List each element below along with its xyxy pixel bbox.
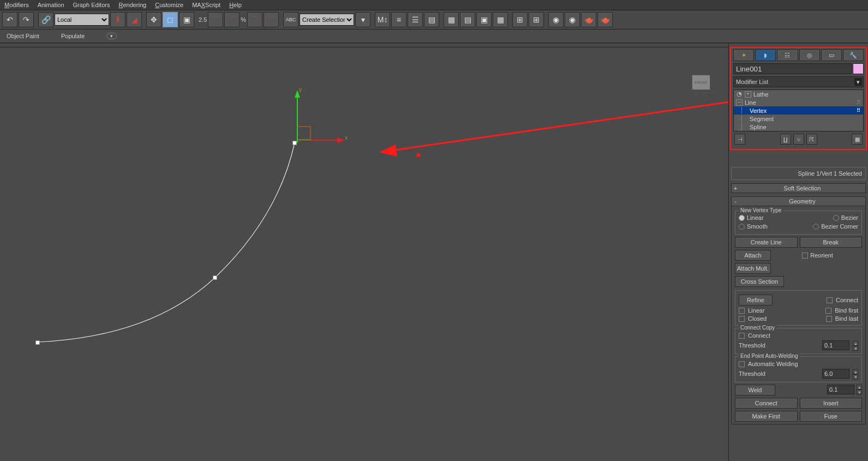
attach-mult-button[interactable]: Attach Mult. xyxy=(735,263,771,274)
connect-button[interactable]: Connect xyxy=(735,398,798,409)
show-end-result-icon[interactable]: ∐ xyxy=(780,134,791,145)
collapse-icon[interactable]: – xyxy=(736,99,743,106)
gizmo-plane[interactable] xyxy=(297,127,310,140)
pin-stack-icon[interactable]: ⊣ xyxy=(734,134,745,145)
connect-checkbox[interactable] xyxy=(827,297,833,303)
viewport[interactable]: FRONT y x xyxy=(0,44,729,461)
insert-button[interactable]: Insert xyxy=(800,398,863,409)
expand-icon[interactable]: + xyxy=(745,91,751,98)
rotate-icon[interactable]: ◻ xyxy=(163,12,178,27)
object-name-input[interactable] xyxy=(733,63,852,74)
soft-selection-rollout-header[interactable]: + Soft Selection xyxy=(731,183,866,193)
refine-button[interactable]: Refine xyxy=(739,295,773,306)
named-selection-dropdown[interactable]: Create Selection Se xyxy=(300,14,354,26)
auto-weld-checkbox[interactable] xyxy=(739,361,745,367)
link-icon[interactable]: 🔗 xyxy=(38,12,53,27)
scale-icon[interactable]: ▣ xyxy=(179,12,194,27)
weld-spinner[interactable]: 0.1 xyxy=(827,385,854,394)
cross-section-button[interactable]: Cross Section xyxy=(735,276,784,287)
vertex-point[interactable] xyxy=(213,276,217,280)
stack-item-segment[interactable]: Segment xyxy=(734,115,863,123)
hierarchy-tab-icon[interactable]: ☷ xyxy=(777,49,798,61)
mirror-icon[interactable]: M↕ xyxy=(375,12,390,27)
menu-rendering[interactable]: Rendering xyxy=(118,2,146,8)
connect-copy-checkbox[interactable] xyxy=(739,333,745,339)
spinner-arrows[interactable]: ▴▾ xyxy=(853,341,858,350)
create-line-button[interactable]: Create Line xyxy=(735,237,798,248)
snap-icon-3[interactable]: ⌒ xyxy=(247,12,262,27)
visibility-icon[interactable]: ◔ xyxy=(736,91,743,98)
teapot-icon-2[interactable]: ◉ xyxy=(565,12,580,27)
curve-editor-icon[interactable]: ▤ xyxy=(424,12,439,27)
schematic-icon[interactable]: ▦ xyxy=(444,12,459,27)
spinner-arrows[interactable]: ▴▾ xyxy=(853,369,858,378)
menu-maxscript[interactable]: MAXScript xyxy=(192,2,220,8)
abc-icon[interactable]: ABC xyxy=(283,12,298,27)
motion-tab-icon[interactable]: ◎ xyxy=(799,49,820,61)
layers-icon[interactable]: ☰ xyxy=(408,12,423,27)
reorient-checkbox[interactable] xyxy=(802,253,808,259)
geometry-rollout-header[interactable]: - Geometry xyxy=(731,196,866,206)
make-first-button[interactable]: Make First xyxy=(735,411,798,422)
spline-curve[interactable] xyxy=(38,143,295,342)
menu-modifiers[interactable]: Modifiers xyxy=(4,2,29,8)
ribbon-expand-icon[interactable]: ▾ xyxy=(106,33,117,39)
move-icon[interactable]: ✥ xyxy=(146,12,161,27)
tool-icon-1[interactable]: ⊞ xyxy=(512,12,528,27)
undo-icon[interactable]: ↶ xyxy=(2,12,17,27)
make-unique-icon[interactable]: ⩒ xyxy=(793,134,804,145)
teapot-icon-3[interactable]: 🫖 xyxy=(581,12,596,27)
ribbon-populate[interactable]: Populate xyxy=(61,33,85,39)
spinner-arrows[interactable]: ▴▾ xyxy=(857,385,862,393)
snap-icon-4[interactable]: ⌒ xyxy=(264,12,279,27)
linear-checkbox[interactable] xyxy=(739,308,745,314)
render-setup-icon[interactable]: ▣ xyxy=(476,12,492,27)
teapot-icon-1[interactable]: ◉ xyxy=(548,12,564,27)
modifier-list-dropdown[interactable]: Modifier List ▾ xyxy=(733,76,864,87)
stack-item-vertex[interactable]: Vertex ⠿ xyxy=(734,106,863,115)
stack-item-lathe[interactable]: ◔ + Lathe xyxy=(734,90,863,98)
stack-item-spline[interactable]: Spline xyxy=(734,123,863,131)
attach-button[interactable]: Attach xyxy=(735,250,771,261)
menu-help[interactable]: Help xyxy=(229,2,242,8)
remove-modifier-icon[interactable]: ☈ xyxy=(806,134,817,145)
break-button[interactable]: Break xyxy=(800,237,863,248)
angle-snap-icon[interactable]: ◢ xyxy=(127,12,142,27)
snap-icon-1[interactable]: ⌒ xyxy=(208,12,223,27)
dropdown-arrow-icon[interactable]: ▾ xyxy=(355,12,370,27)
weld-button[interactable]: Weld xyxy=(735,385,775,396)
teapot-icon-4[interactable]: 🫖 xyxy=(597,12,613,27)
threshold-spinner[interactable]: 0.1 xyxy=(822,340,849,350)
vertex-point[interactable] xyxy=(35,340,40,345)
object-color-swatch[interactable] xyxy=(853,63,864,74)
radio-bezier[interactable] xyxy=(833,215,839,221)
align-icon[interactable]: ≡ xyxy=(391,12,406,27)
modify-tab-icon[interactable]: ◗ xyxy=(755,49,776,61)
display-tab-icon[interactable]: ▭ xyxy=(821,49,842,61)
threshold2-spinner[interactable]: 6.0 xyxy=(822,369,849,379)
coord-system-dropdown[interactable]: Local xyxy=(55,14,109,26)
modifier-stack[interactable]: ◔ + Lathe – Line ⠿ Vertex ⠿ Segment Spli… xyxy=(733,89,864,131)
bind-first-checkbox[interactable] xyxy=(825,308,831,314)
menu-animation[interactable]: Animation xyxy=(38,2,64,8)
closed-checkbox[interactable] xyxy=(739,316,745,322)
snap-icon-2[interactable]: ⌒ xyxy=(224,12,240,27)
tool-icon-2[interactable]: ⊞ xyxy=(529,12,544,27)
vertex-point[interactable] xyxy=(292,141,297,145)
radio-smooth[interactable] xyxy=(739,224,745,230)
utilities-tab-icon[interactable]: 🔧 xyxy=(843,49,864,61)
stack-item-line[interactable]: – Line ⠿ xyxy=(734,98,863,106)
ribbon-object-paint[interactable]: Object Paint xyxy=(7,33,39,39)
menu-graph-editors[interactable]: Graph Editors xyxy=(73,2,110,8)
material-icon[interactable]: ▤ xyxy=(460,12,475,27)
create-tab-icon[interactable]: ✶ xyxy=(733,49,754,61)
configure-sets-icon[interactable]: ▦ xyxy=(852,134,863,145)
fuse-button[interactable]: Fuse xyxy=(800,411,863,422)
render-frame-icon[interactable]: ▦ xyxy=(493,12,508,27)
bind-last-checkbox[interactable] xyxy=(826,316,832,322)
radio-bezier-corner[interactable] xyxy=(813,224,819,230)
menu-customize[interactable]: Customize xyxy=(155,2,183,8)
redo-icon[interactable]: ↷ xyxy=(19,12,34,27)
radio-linear[interactable] xyxy=(739,215,745,221)
snap-toggle-icon[interactable]: ⬇ xyxy=(110,12,125,27)
